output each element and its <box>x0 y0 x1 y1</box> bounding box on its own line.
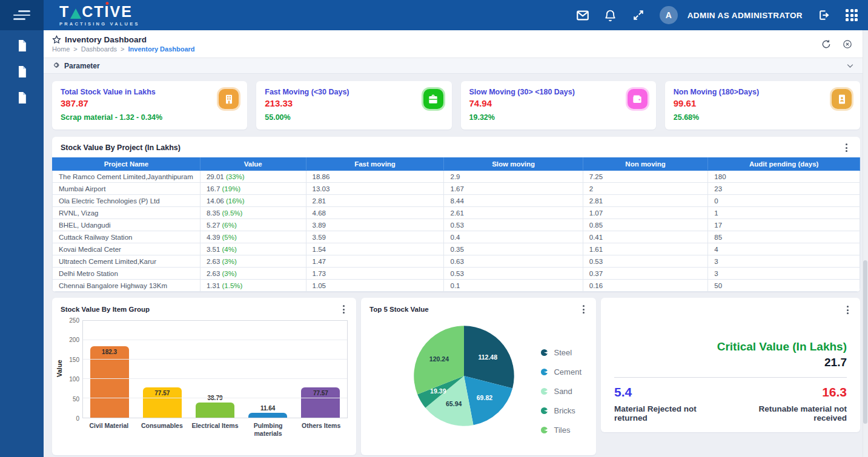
legend-item-bricks[interactable]: Bricks <box>541 406 581 415</box>
logo-triangle-a <box>70 8 81 19</box>
table-row[interactable]: The Ramco Cement Limited,Jayanthipuram29… <box>53 171 860 183</box>
kebab-menu-icon[interactable] <box>579 304 588 314</box>
legend-item-tiles[interactable]: Tiles <box>541 426 581 435</box>
pie-value-label: 112.48 <box>478 353 497 361</box>
sidebar-document-icon-3[interactable] <box>14 90 30 105</box>
expand-fullscreen-icon[interactable] <box>632 8 645 22</box>
stock-by-project-card: Stock Value By Project (In Lakhs) Projec… <box>52 137 860 292</box>
bar-others-items[interactable]: 77.57 <box>301 387 340 418</box>
table-row[interactable]: Ola Electric Technologies (P) Ltd14.06 (… <box>53 195 860 207</box>
kpi-non-moving-card[interactable]: Non Moving (180>Days) 99.61 25.68% <box>665 81 860 130</box>
breadcrumb-home[interactable]: Home <box>52 45 70 53</box>
kpi-title: Slow Moving (30> <180 Days) <box>469 88 648 96</box>
apps-grid-icon[interactable] <box>845 8 858 22</box>
bar-value-label: 11.64 <box>248 405 287 412</box>
logout-icon[interactable] <box>817 8 830 22</box>
table-cell: 85 <box>708 231 860 243</box>
table-row[interactable]: RVNL, Vizag8.35 (9.5%)4.682.611.071 <box>53 207 860 219</box>
table-cell: 1.73 <box>306 268 444 280</box>
table-cell: 17 <box>708 219 860 231</box>
kpi-slow-moving-card[interactable]: Slow Moving (30> <180 Days) 74.94 19.32% <box>461 81 656 130</box>
chevron-down-icon[interactable] <box>846 61 855 70</box>
kpi-value: 74.94 <box>469 98 648 108</box>
legend-label: Cement <box>554 367 581 376</box>
table-cell: 16.7 (19%) <box>200 183 306 195</box>
pie-value-label: 19.39 <box>430 387 446 395</box>
table-cell: RVNL, Vizag <box>53 207 200 219</box>
table-cell: 1.61 <box>583 243 708 255</box>
pie-value-label: 65.94 <box>446 400 462 407</box>
table-cell: 4.39 (5%) <box>200 231 306 243</box>
column-header[interactable]: Project Name <box>53 158 200 171</box>
bar-civil-material[interactable]: 182.3 <box>90 346 129 418</box>
table-cell: 3.59 <box>306 231 444 243</box>
kpi-subtext: 55.00% <box>265 113 443 122</box>
scrollbar-thumb[interactable] <box>863 260 867 424</box>
bar-pulmbing-materials[interactable]: 11.64 <box>248 413 287 418</box>
kebab-menu-icon[interactable] <box>843 305 852 315</box>
kebab-menu-icon[interactable] <box>842 143 850 153</box>
sidebar-document-icon-1[interactable] <box>14 38 30 53</box>
table-cell: 0.53 <box>583 255 708 268</box>
table-row[interactable]: Chennai Bangalore Highway 13Km1.31 (1.5%… <box>53 280 860 292</box>
table-cell: 0.53 <box>444 219 583 231</box>
y-axis-title: Value <box>56 320 63 417</box>
table-row[interactable]: Ultratech Cement Limited,Karur2.63 (3%)1… <box>53 255 860 268</box>
kebab-menu-icon[interactable] <box>339 304 348 314</box>
kpi-fast-moving-card[interactable]: Fast Moving (<30 Days) 213.33 55.00% <box>256 81 451 130</box>
legend-item-steel[interactable]: Steel <box>541 348 581 357</box>
table-row[interactable]: Kovai Medical Ceter3.51 (4%)1.540.351.61… <box>53 243 860 255</box>
table-cell: 8.44 <box>444 195 583 207</box>
kpi-total-stock-card[interactable]: Total Stock Value in Lakhs 387.87 Scrap … <box>52 81 247 130</box>
close-circle-icon[interactable] <box>842 39 852 49</box>
bar-consumables[interactable]: 77.57 <box>143 387 182 418</box>
table-cell: 2.63 (3%) <box>200 255 306 268</box>
parameter-label: Parameter <box>64 62 100 70</box>
table-cell: 0.53 <box>444 268 583 280</box>
table-cell: 18.86 <box>306 171 444 183</box>
column-header[interactable]: Slow moving <box>444 158 583 171</box>
bar-electrical-items[interactable]: 38.79 <box>196 403 234 418</box>
user-name[interactable]: ADMIN AS ADMINISTRATOR <box>687 11 803 20</box>
table-header-row: Project NameValueFast movingSlow movingN… <box>53 158 860 171</box>
refresh-icon[interactable] <box>821 39 831 49</box>
hamburger-icon <box>13 8 30 22</box>
logo-text: TCTIVE <box>59 4 140 19</box>
pie-legend: SteelCementSandBricksTiles <box>541 348 581 435</box>
table-cell: Ola Electric Technologies (P) Ltd <box>53 195 200 207</box>
column-header[interactable]: Fast moving <box>306 158 444 171</box>
top5-stock-value-card: Top 5 Stock Value 112.4869.8265.9419.391… <box>361 298 596 455</box>
pie-graphic: 112.4869.8265.9419.39120.24 <box>411 323 517 429</box>
vertical-scrollbar <box>863 30 868 457</box>
mail-icon[interactable] <box>576 8 589 22</box>
x-axis-label: Others Items <box>294 422 348 437</box>
breadcrumb-dashboards[interactable]: Dashboards <box>81 45 117 53</box>
material-rejected-label: Material Rejected not returned <box>614 404 727 422</box>
sidebar-toggle-button[interactable] <box>0 0 44 30</box>
parameter-bar[interactable]: Parameter <box>44 58 868 74</box>
notifications-bell-icon[interactable] <box>604 8 617 22</box>
critical-value-total: 21.7 <box>614 356 847 369</box>
table-row[interactable]: Delhi Metro Station2.63 (3%)1.730.530.37… <box>53 268 860 280</box>
table-cell: Cuttack Railway Station <box>53 231 200 243</box>
left-sidebar <box>0 30 44 457</box>
y-axis-ticks: 050100150200250 <box>63 320 82 418</box>
table-cell: 5.27 (6%) <box>200 219 306 231</box>
column-header[interactable]: Audit pending (days) <box>708 158 860 171</box>
table-row[interactable]: Cuttack Railway Station4.39 (5%)3.590.40… <box>53 231 860 243</box>
column-header[interactable]: Non moving <box>583 158 708 171</box>
wallet-icon <box>628 89 648 109</box>
table-cell: 0.41 <box>583 231 708 243</box>
legend-item-cement[interactable]: Cement <box>541 367 581 376</box>
app-logo[interactable]: TCTIVE PRACTISING VALUES <box>59 4 140 27</box>
favorite-star-icon[interactable] <box>52 35 61 44</box>
table-row[interactable]: BHEL, Udangudi5.27 (6%)3.890.530.8517 <box>53 219 860 231</box>
table-row[interactable]: Mumbai Airport16.7 (19%)13.031.67223 <box>53 183 860 195</box>
avatar[interactable]: A <box>660 6 678 24</box>
building-icon <box>219 89 239 109</box>
sidebar-document-icon-2[interactable] <box>14 64 30 79</box>
column-header[interactable]: Value <box>200 158 306 171</box>
bar-value-label: 77.57 <box>143 390 182 396</box>
legend-item-sand[interactable]: Sand <box>541 387 581 396</box>
table-cell: 0.4 <box>444 231 583 243</box>
